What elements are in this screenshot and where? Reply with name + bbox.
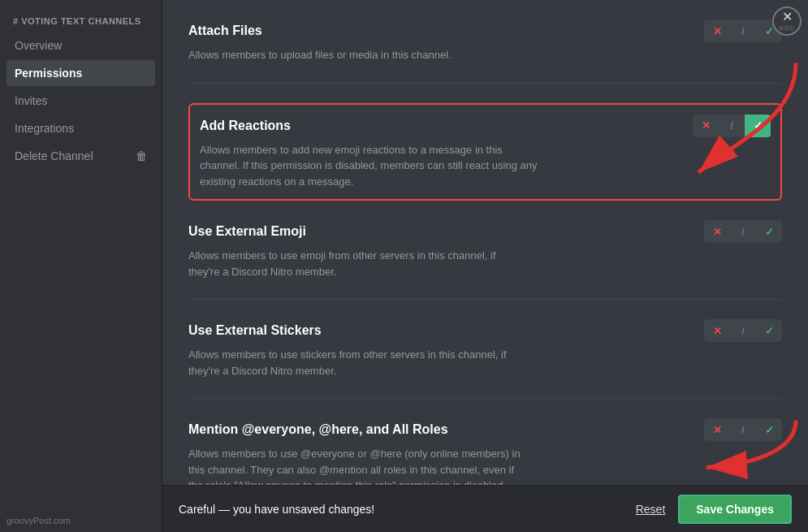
toggle-deny-external-stickers[interactable]: ✕ <box>704 319 730 342</box>
permission-desc: Allows members to use stickers from othe… <box>188 347 529 378</box>
bottom-bar: Careful — you have unsaved changes! Rese… <box>162 485 808 532</box>
toggle-neutral-mention-everyone[interactable]: / <box>730 418 756 441</box>
sidebar-item-label: Invites <box>15 94 47 107</box>
toggle-neutral-external-emoji[interactable]: / <box>730 220 756 243</box>
permission-title: Mention @everyone, @here, and All Roles <box>188 422 448 437</box>
permission-title: Use External Emoji <box>188 224 306 239</box>
toggle-allow-external-stickers[interactable]: ✓ <box>756 319 782 342</box>
permission-desc: Allows members to add new emoji reaction… <box>200 142 541 190</box>
toggle-deny-attach-files[interactable]: ✕ <box>704 19 730 42</box>
save-changes-button[interactable]: Save Changes <box>678 495 792 524</box>
permission-row-attach-files: Attach Files ✕ / ✓ Allows members to upl… <box>188 19 782 84</box>
sidebar-item-label: Integrations <box>15 122 74 135</box>
unsaved-warning-text: Careful — you have unsaved changes! <box>179 503 623 516</box>
close-button[interactable]: ✕ ESC <box>772 6 802 36</box>
permission-header: Add Reactions ✕ / ✓ <box>200 115 771 137</box>
sidebar: # VOTING TEXT CHANNELS Overview Permissi… <box>0 0 162 532</box>
toggle-deny-add-reactions[interactable]: ✕ <box>693 115 719 137</box>
sidebar-item-delete-channel[interactable]: Delete Channel 🗑 <box>6 143 155 169</box>
sidebar-category: # VOTING TEXT CHANNELS <box>6 13 155 29</box>
trash-icon: 🗑 <box>136 149 147 162</box>
permission-header: Attach Files ✕ / ✓ <box>188 19 782 42</box>
toggle-neutral-add-reactions[interactable]: / <box>719 115 745 137</box>
toggle-allow-external-emoji[interactable]: ✓ <box>756 220 782 243</box>
permission-desc: Allows members to use emoji from other s… <box>188 248 529 279</box>
toggle-deny-mention-everyone[interactable]: ✕ <box>704 418 730 441</box>
permission-header: Use External Stickers ✕ / ✓ <box>188 319 782 342</box>
permission-header: Use External Emoji ✕ / ✓ <box>188 220 782 243</box>
toggle-group-attach-files: ✕ / ✓ <box>704 19 782 42</box>
toggle-group-external-emoji: ✕ / ✓ <box>704 220 782 243</box>
close-icon: ✕ <box>782 11 793 24</box>
toggle-deny-external-emoji[interactable]: ✕ <box>704 220 730 243</box>
reset-button[interactable]: Reset <box>623 496 679 522</box>
sidebar-item-permissions[interactable]: Permissions <box>6 60 155 86</box>
permission-title: Use External Stickers <box>188 323 322 338</box>
permission-row-external-emoji: Use External Emoji ✕ / ✓ Allows members … <box>188 220 782 300</box>
app-container: # VOTING TEXT CHANNELS Overview Permissi… <box>0 0 808 532</box>
sidebar-item-integrations[interactable]: Integrations <box>6 115 155 141</box>
toggle-allow-mention-everyone[interactable]: ✓ <box>756 418 782 441</box>
permission-title: Attach Files <box>188 24 262 38</box>
branding: groovyPost.com <box>6 516 71 526</box>
permission-row-external-stickers: Use External Stickers ✕ / ✓ Allows membe… <box>188 319 782 399</box>
sidebar-item-label: Overview <box>15 39 62 52</box>
toggle-group-mention-everyone: ✕ / ✓ <box>704 418 782 441</box>
toggle-allow-add-reactions[interactable]: ✓ <box>745 115 771 137</box>
esc-label: ESC <box>780 24 794 32</box>
sidebar-item-label: Permissions <box>15 67 82 80</box>
main-content: Attach Files ✕ / ✓ Allows members to upl… <box>162 0 808 532</box>
toggle-neutral-attach-files[interactable]: / <box>730 19 756 42</box>
sidebar-item-overview[interactable]: Overview <box>6 32 155 58</box>
permission-desc: Allows members to upload files or media … <box>188 47 529 63</box>
toggle-group-external-stickers: ✕ / ✓ <box>704 319 782 342</box>
permission-header: Mention @everyone, @here, and All Roles … <box>188 418 782 441</box>
sidebar-item-label: Delete Channel <box>15 149 93 162</box>
toggle-group-add-reactions: ✕ / ✓ <box>693 115 771 137</box>
toggle-neutral-external-stickers[interactable]: / <box>730 319 756 342</box>
permission-title: Add Reactions <box>200 119 291 133</box>
permission-row-add-reactions: Add Reactions ✕ / ✓ Allows members to ad… <box>188 103 782 201</box>
sidebar-item-invites[interactable]: Invites <box>6 88 155 114</box>
